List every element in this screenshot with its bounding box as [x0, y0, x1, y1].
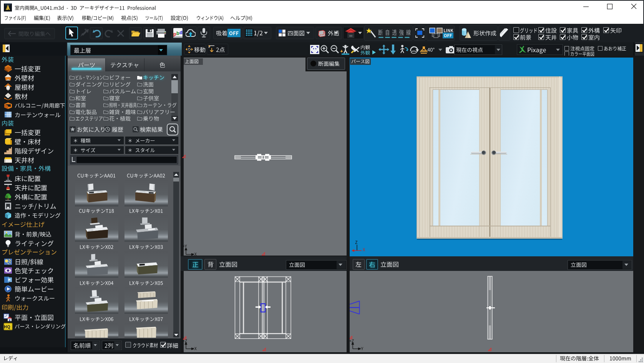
svg-text:p: p [173, 31, 176, 37]
svg-text:b: b [176, 30, 179, 36]
svg-text:d: d [179, 30, 183, 35]
